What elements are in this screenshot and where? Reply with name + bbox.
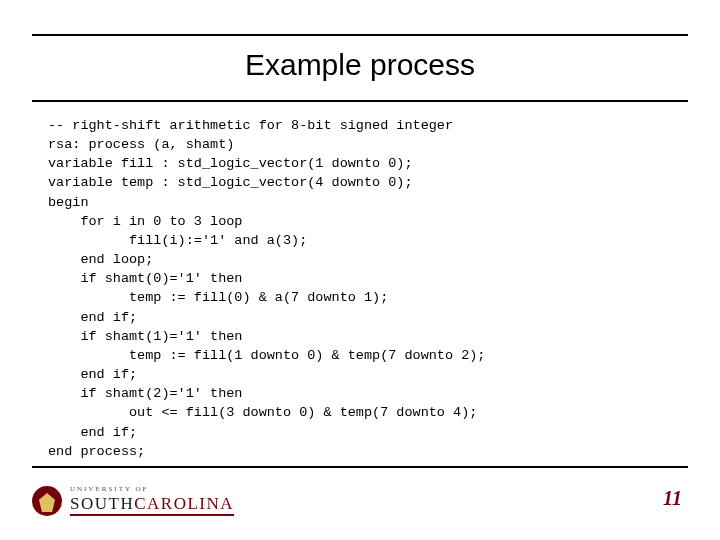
code-block: -- right-shift arithmetic for 8-bit sign… [48, 116, 680, 461]
slide: Example process -- right-shift arithmeti… [0, 0, 720, 540]
logo-name: SOUTHCAROLINA [70, 495, 234, 512]
logo-carolina: CAROLINA [134, 494, 234, 513]
page-number: 11 [663, 487, 682, 510]
university-logo: UNIVERSITY OF SOUTHCAROLINA [32, 486, 234, 516]
logo-underline [70, 514, 234, 516]
logo-text: UNIVERSITY OF SOUTHCAROLINA [70, 486, 234, 516]
title-underline [32, 100, 688, 102]
slide-title: Example process [0, 48, 720, 82]
logo-south: SOUTH [70, 494, 134, 513]
footer-rule [32, 466, 688, 468]
logo-university-of: UNIVERSITY OF [70, 486, 234, 493]
top-rule [32, 34, 688, 36]
logo-seal-icon [32, 486, 62, 516]
